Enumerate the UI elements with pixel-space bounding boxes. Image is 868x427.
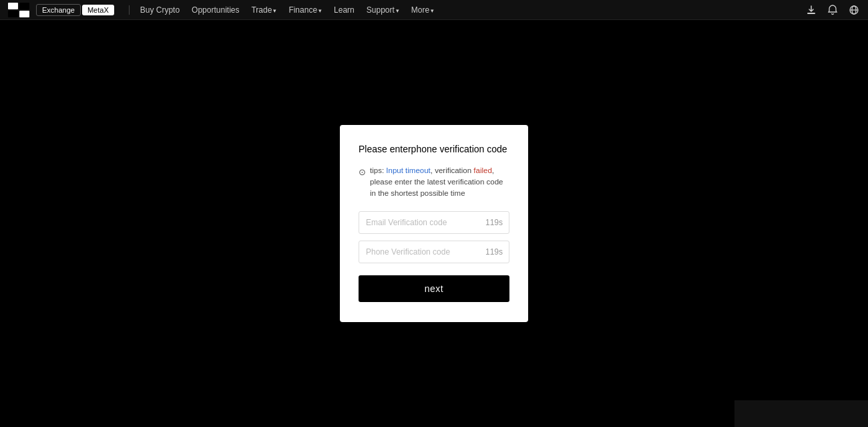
nav-link-trade[interactable]: Trade▾ [246, 3, 282, 17]
more-arrow-icon: ▾ [431, 7, 434, 14]
nav-link-learn[interactable]: Learn [329, 3, 360, 17]
tips-comma: , verification [431, 166, 474, 174]
email-countdown: 119s [485, 218, 503, 227]
tips-blue1: Input timeout [386, 166, 430, 174]
nav-link-support[interactable]: Support▾ [361, 3, 405, 17]
globe-icon[interactable] [848, 4, 860, 16]
verification-modal: Please enterphone verification code ⊙ ti… [340, 125, 528, 323]
nav-icon-group [805, 4, 860, 16]
main-content: Please enterphone verification code ⊙ ti… [0, 20, 868, 427]
tab-exchange[interactable]: Exchange [36, 4, 81, 16]
nav-link-finance[interactable]: Finance▾ [283, 3, 327, 17]
finance-arrow-icon: ▾ [318, 7, 322, 14]
navbar: Exchange MetaX Buy Crypto Opportunities … [0, 0, 868, 20]
trade-arrow-icon: ▾ [273, 7, 276, 14]
tips-message: ⊙ tips: Input timeout, verification fail… [359, 165, 509, 200]
tips-red: failed [473, 166, 492, 174]
tips-prefix: tips: [370, 166, 386, 174]
bell-icon[interactable] [827, 4, 839, 16]
svg-rect-0 [807, 13, 815, 14]
phone-countdown: 119s [485, 247, 503, 257]
download-icon[interactable] [805, 4, 817, 16]
nav-link-buy-crypto[interactable]: Buy Crypto [135, 3, 185, 17]
tab-metax[interactable]: MetaX [82, 5, 114, 15]
tips-text-content: tips: Input timeout, verification failed… [370, 165, 509, 200]
nav-divider [129, 5, 130, 15]
nav-tabs: Exchange MetaX [36, 4, 114, 16]
logo[interactable] [8, 3, 29, 17]
clock-icon: ⊙ [359, 166, 366, 179]
phone-input-group: 119s [359, 241, 509, 263]
support-arrow-icon: ▾ [396, 7, 399, 14]
nav-link-more[interactable]: More▾ [406, 3, 439, 17]
bottom-right-decoration [734, 400, 868, 427]
nav-link-opportunities[interactable]: Opportunities [186, 3, 244, 17]
email-input-group: 119s [359, 211, 509, 234]
next-button[interactable]: next [359, 275, 509, 302]
nav-links: Buy Crypto Opportunities Trade▾ Finance▾… [135, 3, 805, 17]
modal-title: Please enterphone verification code [359, 144, 509, 154]
